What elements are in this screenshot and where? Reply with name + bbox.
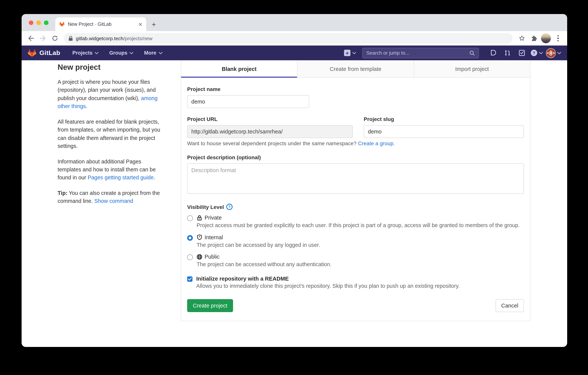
- browser-profile-button[interactable]: [541, 33, 551, 44]
- brand-name: GitLab: [39, 49, 60, 57]
- visibility-level-label: Visibility Level ?: [187, 204, 524, 210]
- url-text: gitlab.widgetcorp.tech/projects/new: [76, 35, 152, 41]
- shield-icon: [197, 234, 202, 240]
- option-description: The project can be accessed without any …: [197, 261, 524, 268]
- project-description-label: Project description (optional): [187, 154, 524, 160]
- show-command-link[interactable]: Show command: [94, 198, 133, 204]
- project-url-input[interactable]: [187, 125, 353, 138]
- namespace-hint: Want to house several dependent projects…: [187, 140, 524, 146]
- check-icon: [188, 277, 192, 281]
- svg-text:?: ?: [228, 205, 231, 209]
- option-description: Project access must be granted explicitl…: [197, 221, 524, 229]
- page-content: New project A project is where you house…: [21, 60, 567, 347]
- chevron-down-icon: [352, 52, 356, 54]
- address-bar[interactable]: gitlab.widgetcorp.tech/projects/new: [64, 33, 513, 44]
- issues-button[interactable]: [487, 47, 499, 59]
- menu-label: Groups: [109, 50, 127, 56]
- puzzle-icon: [531, 35, 537, 42]
- new-item-dropdown[interactable]: +: [344, 50, 356, 56]
- internal-radio[interactable]: [187, 235, 193, 241]
- url-path: /projects/new: [124, 35, 152, 41]
- search-placeholder: Search or jump to...: [366, 50, 466, 56]
- merge-request-icon: [504, 50, 511, 56]
- extensions-button[interactable]: [528, 33, 539, 44]
- browser-toolbar: gitlab.widgetcorp.tech/projects/new: [21, 31, 567, 45]
- new-project-panel: Blank project Create from template Impor…: [181, 60, 530, 321]
- readme-description: Allows you to immediately clone this pro…: [196, 283, 460, 289]
- cancel-button[interactable]: Cancel: [495, 299, 524, 312]
- readme-checkbox[interactable]: [187, 276, 192, 282]
- blank-project-form: Project name Project URL Project slug Wa…: [181, 78, 530, 312]
- window-controls[interactable]: [29, 14, 49, 31]
- search-icon: [469, 50, 475, 55]
- star-icon: [518, 35, 525, 41]
- tab-title: New Project · GitLab: [68, 22, 135, 27]
- sidebar-paragraph-2: All features are enabled for blank proje…: [58, 118, 165, 151]
- tanuki-icon: [28, 49, 36, 57]
- todos-button[interactable]: [516, 47, 527, 59]
- visibility-option-public[interactable]: Public The project can be accessed witho…: [187, 254, 524, 268]
- project-slug-input[interactable]: [364, 125, 524, 138]
- browser-tabstrip: New Project · GitLab ✕ +: [21, 14, 567, 31]
- browser-tab[interactable]: New Project · GitLab ✕: [55, 17, 146, 31]
- chevron-down-icon: [158, 52, 162, 54]
- nav-menu-groups[interactable]: Groups: [105, 47, 137, 59]
- tab-create-from-template[interactable]: Create from template: [298, 60, 414, 77]
- visibility-option-internal[interactable]: Internal The project can be accessed by …: [187, 234, 524, 249]
- page-title: New project: [58, 63, 165, 72]
- forward-button[interactable]: [38, 33, 48, 44]
- back-button[interactable]: [25, 33, 36, 44]
- globe-icon: [197, 254, 202, 260]
- private-radio[interactable]: [187, 215, 193, 221]
- project-type-tabs: Blank project Create from template Impor…: [181, 60, 530, 78]
- sidebar-paragraph-3: Information about additional Pages templ…: [58, 157, 165, 182]
- browser-window: New Project · GitLab ✕ + gitlab.widgetco…: [21, 14, 567, 347]
- option-name: Private: [205, 215, 222, 221]
- readme-option[interactable]: Initialize repository with a README Allo…: [187, 276, 524, 289]
- svg-text:?: ?: [533, 51, 535, 55]
- chevron-down-icon: [539, 52, 543, 54]
- create-group-link[interactable]: Create a group.: [358, 140, 395, 146]
- nav-menu-projects[interactable]: Projects: [69, 47, 103, 59]
- menu-label: Projects: [72, 50, 93, 56]
- visibility-option-private[interactable]: Private Project access must be granted e…: [187, 215, 524, 229]
- project-name-input[interactable]: [187, 95, 309, 108]
- sidebar-help-text: New project A project is where you house…: [58, 63, 165, 212]
- issues-icon: [490, 50, 496, 56]
- search-input[interactable]: Search or jump to...: [362, 48, 479, 58]
- project-slug-label: Project slug: [364, 116, 524, 122]
- merge-requests-button[interactable]: [502, 47, 513, 59]
- sidebar-paragraph-1: A project is where you house your files …: [58, 78, 165, 111]
- option-name: Internal: [205, 234, 223, 240]
- chevron-down-icon: [557, 52, 561, 54]
- project-description-textarea[interactable]: [187, 164, 524, 194]
- help-dropdown[interactable]: ?: [530, 49, 543, 56]
- tab-blank-project[interactable]: Blank project: [181, 60, 298, 77]
- bookmark-button[interactable]: [516, 33, 527, 44]
- kebab-menu-icon: [554, 35, 563, 42]
- minimize-window-button[interactable]: [36, 20, 41, 25]
- public-radio[interactable]: [187, 255, 193, 260]
- new-tab-button[interactable]: +: [148, 19, 159, 30]
- plus-icon: +: [344, 50, 350, 56]
- create-project-button[interactable]: Create project: [187, 299, 233, 312]
- forward-arrow-icon: [40, 35, 46, 41]
- close-window-button[interactable]: [29, 20, 33, 25]
- pages-guide-link[interactable]: Pages getting started guide: [88, 175, 154, 181]
- browser-menu-button[interactable]: [553, 33, 563, 44]
- maximize-window-button[interactable]: [44, 20, 49, 25]
- url-host: gitlab.widgetcorp.tech: [76, 35, 124, 41]
- help-question-icon[interactable]: ?: [226, 204, 233, 210]
- avatar: [541, 33, 551, 43]
- project-name-label: Project name: [187, 86, 524, 92]
- sidebar-tip: Tip: You can also create a project from …: [58, 189, 165, 206]
- reload-button[interactable]: [50, 33, 60, 44]
- user-menu[interactable]: [546, 48, 561, 58]
- nav-menu-more[interactable]: More: [140, 47, 166, 59]
- option-name: Public: [205, 254, 220, 260]
- option-description: The project can be accessed by any logge…: [197, 241, 524, 249]
- tab-import-project[interactable]: Import project: [414, 60, 530, 77]
- gitlab-logo[interactable]: GitLab: [28, 49, 60, 57]
- back-arrow-icon: [27, 35, 34, 41]
- close-tab-icon[interactable]: ✕: [138, 22, 142, 27]
